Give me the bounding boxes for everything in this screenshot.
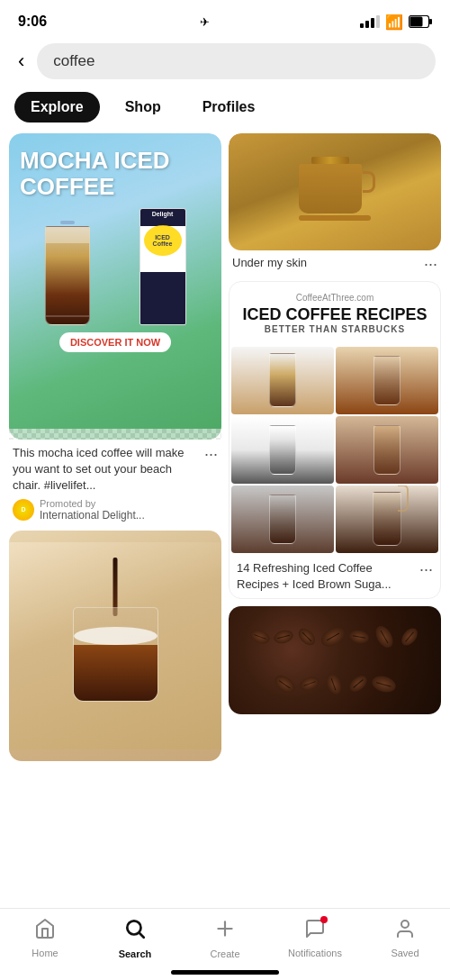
bean-12: [370, 674, 397, 694]
content-scroll: MOCHA ICED COFFEE: [0, 133, 450, 842]
recipes-grid: [230, 345, 440, 555]
notif-icon-wrap: [304, 918, 326, 945]
under-my-skin-text: Under my skin: [232, 255, 307, 271]
mocha-ad-image: MOCHA ICED COFFEE: [9, 133, 221, 440]
right-column: Under my skin ··· CoffeeAtThree.com ICED…: [229, 133, 441, 761]
bean-1: [248, 628, 271, 647]
nav-create[interactable]: Create: [180, 917, 270, 959]
nav-notifications-label: Notifications: [288, 948, 342, 958]
mocha-caption: This mocha iced coffee will make you wan…: [9, 440, 221, 523]
nav-search-label: Search: [119, 948, 152, 959]
notification-dot: [320, 916, 328, 923]
nav-saved-label: Saved: [391, 948, 418, 958]
discover-btn[interactable]: DISCOVER IT NOW: [59, 332, 171, 352]
coffee-beans-card[interactable]: [229, 606, 441, 714]
bean-8: [272, 672, 298, 696]
trade-visual: Trade: [9, 531, 221, 761]
left-column: MOCHA ICED COFFEE: [9, 133, 221, 761]
bean-10: [324, 672, 344, 697]
mocha-ad-card[interactable]: MOCHA ICED COFFEE: [9, 133, 221, 523]
signal-icon: [360, 15, 380, 28]
home-indicator: [171, 970, 279, 975]
saved-icon: [394, 918, 416, 945]
iced-recipes-caption-text: 14 Refreshing Iced Coffee Recipes + Iced…: [237, 560, 416, 593]
recipe-cell-3: [231, 416, 334, 484]
mocha-ad-title: MOCHA ICED COFFEE: [20, 148, 211, 199]
search-bar-row: ‹ coffee: [0, 40, 450, 88]
iced-recipes-caption-row: 14 Refreshing Iced Coffee Recipes + Iced…: [230, 555, 440, 598]
under-my-skin-image: [229, 133, 441, 250]
trade-espresso-card[interactable]: Trade The Best Espresso for Your ··: [9, 531, 221, 761]
bean-4: [318, 624, 347, 651]
nav-home-label: Home: [32, 948, 58, 958]
pin-grid: MOCHA ICED COFFEE: [0, 133, 450, 761]
under-my-skin-caption-row: Under my skin ···: [229, 250, 441, 274]
status-bar: 9:06 ✈ 📶: [0, 0, 450, 40]
recipe-cell-4: [336, 416, 438, 484]
search-input[interactable]: coffee: [37, 43, 436, 79]
nav-search[interactable]: Search: [90, 917, 180, 959]
tab-shop[interactable]: Shop: [109, 92, 177, 122]
tabs-row: Explore Shop Profiles: [0, 88, 450, 133]
promoted-info: D Promoted by International Delight...: [13, 498, 218, 522]
promoted-name: International Delight...: [40, 509, 145, 522]
bean-9: [298, 675, 320, 694]
mocha-more-button[interactable]: ···: [204, 445, 218, 464]
wifi-icon: 📶: [385, 14, 403, 31]
create-icon: [213, 917, 237, 946]
recipes-header: CoffeeAtThree.com ICED COFFEE RECIPES BE…: [230, 282, 440, 345]
tab-profiles[interactable]: Profiles: [186, 92, 272, 122]
battery-icon: [409, 15, 432, 28]
nav-create-label: Create: [210, 948, 239, 959]
beans-visual: [229, 606, 441, 714]
home-icon: [34, 918, 56, 945]
svg-line-4: [140, 933, 144, 938]
bean-11: [346, 673, 370, 695]
bean-7: [399, 625, 421, 649]
svg-rect-2: [410, 17, 423, 27]
recipes-title: ICED COFFEE RECIPES: [240, 306, 429, 324]
notifications-icon: [304, 918, 326, 945]
promoted-text: Promoted by International Delight...: [40, 498, 145, 522]
recipe-cell-5: [231, 485, 334, 553]
bean-3: [295, 626, 318, 649]
recipes-source: CoffeeAtThree.com: [240, 293, 429, 303]
mocha-product-area: ICEDCoffee Delight: [20, 208, 211, 325]
bottom-nav: Home Search Create Notif: [0, 908, 450, 980]
under-my-skin-card[interactable]: Under my skin ···: [229, 133, 441, 274]
recipe-cell-6: [336, 485, 438, 553]
status-icons: 📶: [360, 14, 432, 31]
svg-rect-1: [429, 19, 432, 24]
nav-notifications[interactable]: Notifications: [270, 918, 360, 958]
status-time: 9:06: [18, 14, 47, 30]
back-button[interactable]: ‹: [14, 46, 28, 77]
bean-6: [373, 623, 397, 651]
nav-home[interactable]: Home: [0, 918, 90, 958]
recipe-cell-1: [231, 347, 334, 414]
recipes-subtitle: BETTER THAN STARBUCKS: [240, 324, 429, 334]
mocha-caption-text: This mocha iced coffee will make you wan…: [13, 445, 204, 495]
search-icon: [123, 917, 147, 946]
tab-explore[interactable]: Explore: [14, 92, 100, 122]
promoted-logo: D: [13, 499, 34, 521]
bean-5: [348, 630, 370, 646]
iced-recipes-card[interactable]: CoffeeAtThree.com ICED COFFEE RECIPES BE…: [229, 281, 441, 599]
under-my-skin-more-button[interactable]: ···: [424, 255, 437, 274]
location-icon: ✈: [200, 15, 210, 29]
nav-saved[interactable]: Saved: [360, 918, 450, 958]
iced-recipes-more-button[interactable]: ···: [419, 560, 433, 579]
bean-2: [273, 629, 295, 646]
svg-point-7: [401, 921, 409, 928]
recipe-cell-2: [336, 347, 438, 414]
